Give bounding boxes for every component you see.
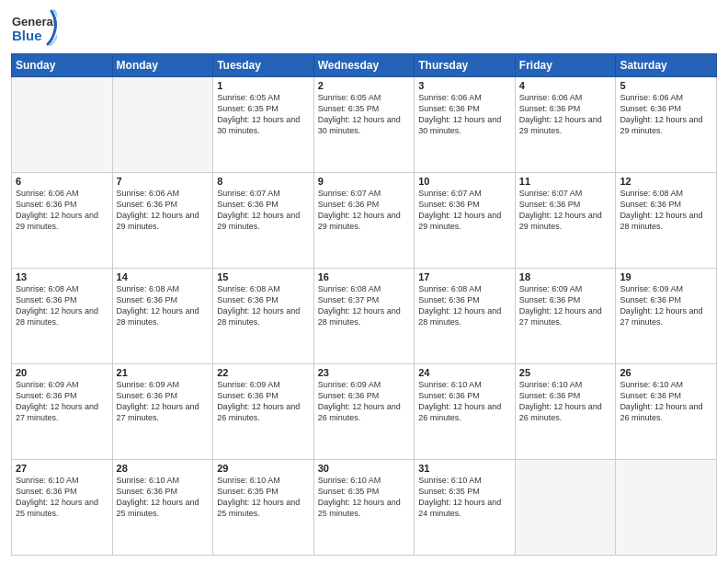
col-sunday: Sunday — [12, 54, 113, 77]
day-number: 27 — [16, 463, 108, 474]
day-info: Sunrise: 6:09 AM Sunset: 6:36 PM Dayligh… — [620, 283, 712, 328]
calendar-cell: 28Sunrise: 6:10 AM Sunset: 6:36 PM Dayli… — [112, 460, 213, 556]
day-number: 24 — [418, 367, 511, 378]
day-info: Sunrise: 6:07 AM Sunset: 6:36 PM Dayligh… — [418, 188, 511, 233]
day-number: 12 — [620, 176, 712, 187]
day-number: 18 — [519, 271, 612, 282]
day-number: 4 — [519, 80, 612, 91]
calendar-cell: 20Sunrise: 6:09 AM Sunset: 6:36 PM Dayli… — [12, 364, 113, 460]
day-info: Sunrise: 6:10 AM Sunset: 6:36 PM Dayligh… — [418, 379, 511, 424]
calendar-cell: 21Sunrise: 6:09 AM Sunset: 6:36 PM Dayli… — [112, 364, 213, 460]
calendar-cell: 6Sunrise: 6:06 AM Sunset: 6:36 PM Daylig… — [12, 173, 113, 269]
day-number: 28 — [117, 463, 210, 474]
day-info: Sunrise: 6:06 AM Sunset: 6:36 PM Dayligh… — [117, 188, 210, 233]
calendar-cell — [515, 460, 616, 556]
col-wednesday: Wednesday — [313, 54, 415, 77]
calendar-week-row: 20Sunrise: 6:09 AM Sunset: 6:36 PM Dayli… — [12, 364, 717, 460]
day-info: Sunrise: 6:09 AM Sunset: 6:36 PM Dayligh… — [519, 283, 612, 328]
calendar-cell: 12Sunrise: 6:08 AM Sunset: 6:36 PM Dayli… — [616, 173, 717, 269]
calendar-week-row: 6Sunrise: 6:06 AM Sunset: 6:36 PM Daylig… — [12, 173, 717, 269]
calendar-table: Sunday Monday Tuesday Wednesday Thursday… — [11, 53, 717, 556]
day-info: Sunrise: 6:09 AM Sunset: 6:36 PM Dayligh… — [217, 379, 310, 424]
day-info: Sunrise: 6:07 AM Sunset: 6:36 PM Dayligh… — [519, 188, 612, 233]
day-info: Sunrise: 6:06 AM Sunset: 6:36 PM Dayligh… — [620, 92, 712, 137]
day-number: 14 — [117, 271, 210, 282]
day-number: 30 — [318, 463, 411, 474]
calendar-cell: 24Sunrise: 6:10 AM Sunset: 6:36 PM Dayli… — [415, 364, 516, 460]
calendar-cell — [616, 460, 717, 556]
day-info: Sunrise: 6:08 AM Sunset: 6:36 PM Dayligh… — [620, 188, 712, 233]
calendar-cell: 10Sunrise: 6:07 AM Sunset: 6:36 PM Dayli… — [415, 173, 516, 269]
day-info: Sunrise: 6:08 AM Sunset: 6:36 PM Dayligh… — [217, 283, 310, 328]
header: General Blue — [11, 9, 717, 48]
day-number: 17 — [418, 271, 511, 282]
day-info: Sunrise: 6:08 AM Sunset: 6:36 PM Dayligh… — [418, 283, 511, 328]
calendar-cell: 27Sunrise: 6:10 AM Sunset: 6:36 PM Dayli… — [12, 460, 113, 556]
calendar-week-row: 1Sunrise: 6:05 AM Sunset: 6:35 PM Daylig… — [12, 77, 717, 173]
day-info: Sunrise: 6:10 AM Sunset: 6:36 PM Dayligh… — [620, 379, 712, 424]
calendar-cell: 18Sunrise: 6:09 AM Sunset: 6:36 PM Dayli… — [515, 269, 616, 364]
calendar-week-row: 27Sunrise: 6:10 AM Sunset: 6:36 PM Dayli… — [12, 460, 717, 556]
calendar-header-row: Sunday Monday Tuesday Wednesday Thursday… — [12, 54, 717, 77]
day-info: Sunrise: 6:09 AM Sunset: 6:36 PM Dayligh… — [16, 379, 108, 424]
col-friday: Friday — [515, 54, 616, 77]
calendar-cell: 7Sunrise: 6:06 AM Sunset: 6:36 PM Daylig… — [112, 173, 213, 269]
day-number: 7 — [117, 176, 210, 187]
day-number: 26 — [620, 367, 712, 378]
col-saturday: Saturday — [616, 54, 717, 77]
calendar-cell: 14Sunrise: 6:08 AM Sunset: 6:36 PM Dayli… — [112, 269, 213, 364]
day-info: Sunrise: 6:06 AM Sunset: 6:36 PM Dayligh… — [418, 92, 511, 137]
logo: General Blue — [11, 9, 57, 48]
day-info: Sunrise: 6:05 AM Sunset: 6:35 PM Dayligh… — [318, 92, 411, 137]
calendar-cell: 22Sunrise: 6:09 AM Sunset: 6:36 PM Dayli… — [213, 364, 314, 460]
day-info: Sunrise: 6:07 AM Sunset: 6:36 PM Dayligh… — [217, 188, 310, 233]
day-number: 25 — [519, 367, 612, 378]
day-number: 16 — [318, 271, 411, 282]
calendar-cell: 3Sunrise: 6:06 AM Sunset: 6:36 PM Daylig… — [415, 77, 516, 173]
day-info: Sunrise: 6:10 AM Sunset: 6:36 PM Dayligh… — [519, 379, 612, 424]
day-number: 3 — [418, 80, 511, 91]
day-info: Sunrise: 6:05 AM Sunset: 6:35 PM Dayligh… — [217, 92, 310, 137]
day-number: 1 — [217, 80, 310, 91]
calendar-cell: 4Sunrise: 6:06 AM Sunset: 6:36 PM Daylig… — [515, 77, 616, 173]
col-tuesday: Tuesday — [213, 54, 314, 77]
svg-text:General: General — [12, 15, 56, 29]
calendar-cell: 11Sunrise: 6:07 AM Sunset: 6:36 PM Dayli… — [515, 173, 616, 269]
day-info: Sunrise: 6:08 AM Sunset: 6:36 PM Dayligh… — [117, 283, 210, 328]
day-info: Sunrise: 6:10 AM Sunset: 6:36 PM Dayligh… — [117, 475, 210, 520]
day-number: 15 — [217, 271, 310, 282]
calendar-cell: 29Sunrise: 6:10 AM Sunset: 6:35 PM Dayli… — [213, 460, 314, 556]
calendar-cell: 26Sunrise: 6:10 AM Sunset: 6:36 PM Dayli… — [616, 364, 717, 460]
calendar-cell — [112, 77, 213, 173]
day-number: 2 — [318, 80, 411, 91]
calendar-cell: 31Sunrise: 6:10 AM Sunset: 6:35 PM Dayli… — [415, 460, 516, 556]
calendar-cell: 2Sunrise: 6:05 AM Sunset: 6:35 PM Daylig… — [313, 77, 415, 173]
svg-text:Blue: Blue — [12, 28, 42, 43]
calendar-cell — [12, 77, 113, 173]
day-info: Sunrise: 6:09 AM Sunset: 6:36 PM Dayligh… — [318, 379, 411, 424]
calendar-cell: 23Sunrise: 6:09 AM Sunset: 6:36 PM Dayli… — [313, 364, 415, 460]
calendar-cell: 17Sunrise: 6:08 AM Sunset: 6:36 PM Dayli… — [415, 269, 516, 364]
day-info: Sunrise: 6:06 AM Sunset: 6:36 PM Dayligh… — [519, 92, 612, 137]
day-number: 8 — [217, 176, 310, 187]
day-number: 19 — [620, 271, 712, 282]
calendar-cell: 1Sunrise: 6:05 AM Sunset: 6:35 PM Daylig… — [213, 77, 314, 173]
col-thursday: Thursday — [415, 54, 516, 77]
day-number: 31 — [418, 463, 511, 474]
calendar-cell: 8Sunrise: 6:07 AM Sunset: 6:36 PM Daylig… — [213, 173, 314, 269]
day-number: 10 — [418, 176, 511, 187]
day-number: 5 — [620, 80, 712, 91]
day-number: 29 — [217, 463, 310, 474]
day-info: Sunrise: 6:08 AM Sunset: 6:36 PM Dayligh… — [16, 283, 108, 328]
day-info: Sunrise: 6:07 AM Sunset: 6:36 PM Dayligh… — [318, 188, 411, 233]
day-number: 21 — [117, 367, 210, 378]
calendar-cell: 5Sunrise: 6:06 AM Sunset: 6:36 PM Daylig… — [616, 77, 717, 173]
calendar-cell: 13Sunrise: 6:08 AM Sunset: 6:36 PM Dayli… — [12, 269, 113, 364]
calendar-week-row: 13Sunrise: 6:08 AM Sunset: 6:36 PM Dayli… — [12, 269, 717, 364]
day-info: Sunrise: 6:08 AM Sunset: 6:37 PM Dayligh… — [318, 283, 411, 328]
page: General Blue Sunday Monday Tuesday Wedne… — [0, 0, 728, 563]
day-info: Sunrise: 6:10 AM Sunset: 6:36 PM Dayligh… — [16, 475, 108, 520]
day-number: 20 — [16, 367, 108, 378]
day-number: 13 — [16, 271, 108, 282]
logo-svg: General Blue — [11, 9, 57, 48]
